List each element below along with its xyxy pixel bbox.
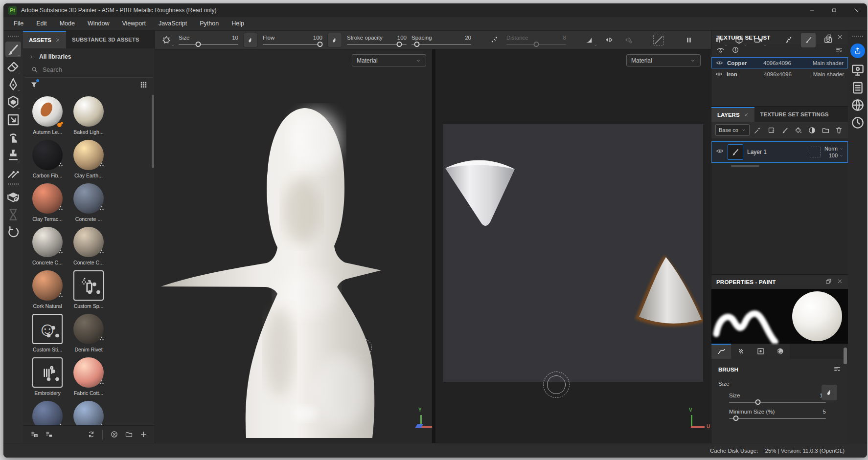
display-settings-button[interactable] bbox=[850, 62, 866, 78]
close-panel-button[interactable] bbox=[837, 278, 843, 286]
shader-dropdown-2d[interactable]: Material bbox=[626, 54, 701, 66]
tab-substance-3d-assets[interactable]: SUBSTANCE 3D ASSETS bbox=[66, 31, 145, 48]
add-group-button[interactable] bbox=[821, 125, 831, 136]
clear-filters-button[interactable] bbox=[108, 428, 120, 441]
asset-item[interactable]: Fabric Felt bbox=[68, 399, 109, 425]
visibility-sync-button[interactable] bbox=[716, 46, 725, 56]
size-slider-thumb[interactable] bbox=[196, 42, 201, 47]
eye-icon[interactable] bbox=[715, 70, 723, 78]
delete-layer-button[interactable] bbox=[834, 125, 844, 136]
viewport-3d[interactable]: Material Y X bbox=[155, 49, 432, 443]
tab-close-icon[interactable] bbox=[744, 112, 749, 117]
pause-engine-button[interactable] bbox=[682, 33, 696, 47]
asset-item[interactable]: Clay Earth... bbox=[68, 138, 109, 182]
history-button[interactable] bbox=[850, 115, 866, 131]
texture-set-row-iron[interactable]: Iron 4096x4096 Main shader bbox=[711, 68, 848, 80]
import-resources-button[interactable] bbox=[43, 428, 55, 441]
minimize-button[interactable] bbox=[801, 3, 823, 17]
channel-dropdown[interactable]: Base co bbox=[715, 124, 750, 136]
add-smart-mask-button[interactable] bbox=[766, 125, 777, 136]
add-effect-button[interactable] bbox=[807, 125, 817, 136]
tab-close-icon[interactable] bbox=[55, 38, 60, 43]
layer-visibility-toggle[interactable] bbox=[716, 147, 724, 157]
eye-icon[interactable] bbox=[716, 59, 723, 66]
menu-edit[interactable]: Edit bbox=[30, 17, 53, 30]
list-options-button[interactable] bbox=[835, 46, 843, 56]
projection-tool[interactable] bbox=[5, 77, 21, 92]
paint-tool[interactable] bbox=[5, 42, 21, 57]
add-fill-layer-button[interactable] bbox=[793, 125, 803, 136]
asset-item[interactable]: Clay Terrac... bbox=[27, 182, 68, 225]
camera-button[interactable] bbox=[751, 33, 766, 47]
maximize-button[interactable] bbox=[823, 3, 845, 17]
tab-stencil[interactable] bbox=[751, 344, 770, 359]
asset-item[interactable]: Fabric Den... bbox=[27, 399, 68, 425]
tab-brush[interactable] bbox=[711, 344, 731, 359]
stroke-opacity-slider[interactable] bbox=[347, 44, 407, 45]
grid-view-button[interactable] bbox=[139, 81, 148, 91]
asset-item[interactable]: Custom Sp... bbox=[68, 269, 109, 312]
flow-slider[interactable] bbox=[263, 44, 322, 45]
blend-mode-dropdown[interactable]: Norm bbox=[824, 146, 844, 152]
scatter-button[interactable] bbox=[487, 33, 502, 47]
environment-button[interactable] bbox=[850, 97, 866, 113]
menu-help[interactable]: Help bbox=[225, 17, 251, 30]
add-paint-layer-button[interactable] bbox=[780, 125, 790, 136]
asset-item[interactable]: Autumn Le... bbox=[27, 95, 68, 138]
menu-javascript[interactable]: JavaScript bbox=[152, 17, 193, 30]
menu-viewport[interactable]: Viewport bbox=[115, 17, 152, 30]
asset-item[interactable]: Carbon Fib... bbox=[27, 138, 68, 182]
toolstrip-grip[interactable] bbox=[8, 183, 19, 185]
flow-pressure-button[interactable] bbox=[327, 33, 342, 47]
asset-item[interactable]: Concrete C... bbox=[27, 225, 68, 269]
menu-window[interactable]: Window bbox=[81, 17, 115, 30]
log-panel-button[interactable] bbox=[850, 80, 866, 95]
selection-tool[interactable] bbox=[5, 112, 21, 128]
close-panel-button[interactable] bbox=[837, 33, 843, 42]
new-folder-button[interactable] bbox=[122, 428, 135, 441]
add-resource-button[interactable] bbox=[137, 428, 150, 441]
viewport-divider[interactable] bbox=[432, 49, 435, 443]
material-picker-tool[interactable] bbox=[5, 165, 21, 180]
search-input[interactable] bbox=[43, 66, 126, 73]
size-slider[interactable] bbox=[179, 44, 238, 45]
asset-item[interactable]: Fabric Cott... bbox=[68, 356, 109, 399]
tab-layers[interactable]: LAYERS bbox=[711, 107, 754, 122]
undock-button[interactable] bbox=[825, 278, 832, 286]
perspective-button[interactable] bbox=[731, 33, 746, 47]
assets-scrollbar[interactable] bbox=[152, 95, 154, 168]
menu-file[interactable]: File bbox=[7, 17, 30, 30]
filter-button[interactable] bbox=[30, 81, 38, 91]
layer-row[interactable]: Layer 1 Norm 100 bbox=[711, 141, 848, 163]
min-size-slider-thumb[interactable] bbox=[733, 416, 738, 421]
size-pressure-button[interactable] bbox=[243, 33, 258, 47]
brush-size-slider-thumb[interactable] bbox=[755, 399, 761, 405]
asset-item[interactable]: Embroidery bbox=[27, 356, 68, 399]
spacing-slider-thumb[interactable] bbox=[414, 42, 419, 47]
smudge-tool[interactable] bbox=[5, 130, 21, 145]
menu-mode[interactable]: Mode bbox=[53, 17, 81, 30]
spacing-slider[interactable] bbox=[411, 44, 471, 45]
min-size-slider[interactable] bbox=[729, 418, 826, 419]
asset-item[interactable]: Concrete C... bbox=[68, 225, 109, 269]
brush-size-pressure-button[interactable] bbox=[822, 385, 837, 400]
falloff-button[interactable] bbox=[582, 33, 596, 47]
asset-item[interactable]: Cork Natural bbox=[27, 269, 68, 312]
flow-slider-thumb[interactable] bbox=[318, 42, 323, 47]
share-button[interactable] bbox=[850, 44, 865, 58]
polygon-fill-tool[interactable] bbox=[5, 94, 21, 110]
solo-view-button[interactable] bbox=[731, 46, 739, 56]
layer-mask-placeholder[interactable] bbox=[810, 147, 821, 157]
clone-tool[interactable] bbox=[5, 147, 21, 163]
particles-button[interactable] bbox=[781, 33, 796, 47]
tab-texture-set-settings[interactable]: TEXTURE SET SETTINGS bbox=[754, 107, 835, 122]
viewport-2d[interactable]: Material V U bbox=[435, 49, 711, 443]
menu-python[interactable]: Python bbox=[193, 17, 225, 30]
shader-dropdown-3d[interactable]: Material bbox=[352, 54, 426, 66]
layer-thumbnail[interactable] bbox=[728, 144, 743, 160]
asset-item[interactable]: Baked Ligh... bbox=[68, 95, 109, 138]
uv-symmetry-button[interactable] bbox=[712, 33, 727, 47]
texture-set-row-copper[interactable]: Copper 4096x4096 Main shader bbox=[711, 57, 848, 68]
asset-item[interactable]: Denim Rivet bbox=[68, 312, 109, 356]
add-smart-material-button[interactable] bbox=[753, 125, 763, 136]
